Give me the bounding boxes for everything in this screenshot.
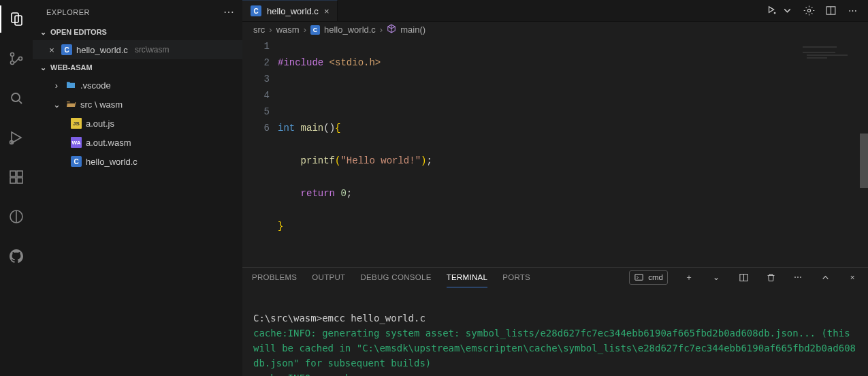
svg-rect-15 bbox=[635, 274, 643, 280]
project-label: WEB-ASAM bbox=[50, 63, 93, 72]
line-gutter: 1 2 3 4 5 6 bbox=[242, 38, 278, 267]
svg-point-3 bbox=[11, 61, 14, 65]
breadcrumb-symbol[interactable]: main() bbox=[400, 25, 425, 35]
tab-close-icon[interactable]: × bbox=[324, 6, 329, 16]
svg-point-2 bbox=[11, 53, 14, 57]
token-keyword: int bbox=[278, 123, 295, 134]
c-file-icon: C bbox=[251, 5, 261, 16]
token-punc: ; bbox=[347, 188, 352, 199]
chevron-right-icon: › bbox=[52, 80, 61, 91]
chevron-down-icon: ⌄ bbox=[52, 99, 61, 110]
breadcrumb-file[interactable]: hello_world.c bbox=[324, 25, 376, 35]
breadcrumb-wasm[interactable]: wasm bbox=[276, 25, 300, 35]
folder-open-icon bbox=[65, 99, 76, 110]
tab-debug-console[interactable]: DEBUG CONSOLE bbox=[360, 268, 431, 287]
tree-label: a.out.js bbox=[86, 119, 114, 129]
token-brace: } bbox=[278, 221, 283, 232]
line-number: 2 bbox=[242, 54, 270, 71]
c-file-icon: C bbox=[310, 25, 320, 35]
token-brace: { bbox=[335, 123, 340, 134]
panel-close-icon[interactable]: × bbox=[846, 271, 858, 283]
line-number: 3 bbox=[242, 71, 270, 87]
tree-label: hello_world.c bbox=[86, 157, 138, 167]
tab-problems[interactable]: PROBLEMS bbox=[252, 268, 297, 287]
line-number: 1 bbox=[242, 38, 270, 54]
svg-rect-9 bbox=[10, 178, 16, 183]
tab-label: hello_world.c bbox=[267, 6, 319, 16]
chevron-down-icon: ⌄ bbox=[38, 28, 48, 37]
project-section[interactable]: ⌄ WEB-ASAM bbox=[33, 59, 242, 76]
explorer-icon[interactable] bbox=[0, 5, 33, 33]
remote-icon[interactable] bbox=[0, 203, 33, 230]
token-string: "Hello world!" bbox=[340, 155, 421, 166]
breadcrumb-src[interactable]: src bbox=[253, 25, 265, 35]
panel-maximize-icon[interactable] bbox=[819, 271, 831, 283]
open-editor-path: src\wasm bbox=[135, 45, 170, 54]
tab-helloworld[interactable]: C hello_world.c × bbox=[242, 0, 338, 21]
token-preproc: #include bbox=[278, 57, 323, 68]
sidebar-title: EXPLORER bbox=[46, 8, 90, 16]
symbol-icon bbox=[387, 24, 396, 35]
svg-point-5 bbox=[12, 93, 20, 101]
scrollbar-thumb[interactable] bbox=[860, 134, 868, 188]
open-editors-label: OPEN EDITORS bbox=[50, 28, 107, 36]
panel-more-icon[interactable]: ⋯ bbox=[792, 271, 804, 283]
activity-bar bbox=[0, 0, 33, 376]
svg-rect-8 bbox=[17, 171, 22, 176]
sidebar-more-icon[interactable]: ⋯ bbox=[223, 5, 235, 18]
close-icon[interactable]: × bbox=[46, 45, 57, 55]
terminal[interactable]: C:\src\wasm>emcc hello_world.c cache:INF… bbox=[242, 287, 868, 376]
breadcrumbs[interactable]: src › wasm › C hello_world.c › main() bbox=[242, 22, 868, 38]
editor-scrollbar[interactable] bbox=[860, 38, 868, 267]
more-icon[interactable]: ⋯ bbox=[846, 5, 858, 17]
tree-item-aoutjs[interactable]: JS a.out.js bbox=[33, 114, 242, 133]
tab-bar: C hello_world.c × ⋯ bbox=[242, 0, 868, 22]
token-keyword: return bbox=[301, 188, 335, 199]
extensions-icon[interactable] bbox=[0, 163, 33, 191]
svg-rect-7 bbox=[10, 171, 16, 176]
github-icon[interactable] bbox=[0, 242, 33, 270]
tab-terminal[interactable]: TERMINAL bbox=[447, 268, 488, 287]
token-fn: printf bbox=[301, 155, 335, 166]
svg-rect-10 bbox=[17, 178, 22, 183]
svg-point-13 bbox=[807, 9, 810, 12]
chevron-down-icon[interactable]: ⌄ bbox=[710, 271, 722, 283]
sidebar: EXPLORER ⋯ ⌄ OPEN EDITORS × C hello_worl… bbox=[33, 0, 242, 376]
svg-point-12 bbox=[773, 12, 775, 14]
search-icon[interactable] bbox=[0, 84, 33, 112]
token-punc: () bbox=[323, 123, 335, 134]
folder-icon bbox=[65, 80, 76, 91]
tree-label: src \ wasm bbox=[80, 99, 123, 110]
tree-item-wasm[interactable]: ⌄ src \ wasm bbox=[33, 95, 242, 114]
split-terminal-icon[interactable] bbox=[737, 271, 750, 283]
run-dropdown-icon[interactable] bbox=[766, 5, 778, 17]
new-terminal-icon[interactable]: ＋ bbox=[683, 271, 695, 283]
source-control-icon[interactable] bbox=[0, 45, 33, 72]
tab-ports[interactable]: PORTS bbox=[502, 268, 530, 287]
terminal-profile-label: cmd bbox=[648, 273, 663, 281]
chevron-down-icon: ⌄ bbox=[38, 63, 48, 72]
breadcrumb-sep-icon: › bbox=[269, 25, 272, 35]
panel-tab-bar: PROBLEMS OUTPUT DEBUG CONSOLE TERMINAL P… bbox=[242, 267, 868, 287]
chevron-down-icon[interactable] bbox=[781, 5, 793, 17]
terminal-line: C:\src\wasm>emcc hello_world.c bbox=[253, 313, 425, 324]
editor[interactable]: 1 2 3 4 5 6 #include <stdio.h> int main(… bbox=[242, 38, 868, 267]
breadcrumb-sep-icon: › bbox=[304, 25, 306, 35]
open-editor-label: hello_world.c bbox=[76, 45, 128, 55]
tree-item-helloworld[interactable]: C hello_world.c bbox=[33, 152, 242, 171]
minimap[interactable] bbox=[799, 42, 860, 76]
run-debug-icon[interactable] bbox=[0, 124, 33, 151]
tab-output[interactable]: OUTPUT bbox=[312, 268, 345, 287]
line-number: 5 bbox=[242, 104, 270, 120]
terminal-line: cache:INFO: generating system asset: sym… bbox=[253, 328, 856, 369]
open-editor-item[interactable]: × C hello_world.c src\wasm bbox=[33, 40, 242, 59]
split-editor-icon[interactable] bbox=[824, 5, 837, 17]
kill-terminal-icon[interactable] bbox=[765, 271, 777, 283]
tree-item-vscode[interactable]: › .vscode bbox=[33, 76, 242, 95]
wasm-file-icon: WA bbox=[71, 137, 82, 148]
tree-item-aoutwasm[interactable]: WA a.out.wasm bbox=[33, 133, 242, 152]
code-area[interactable]: #include <stdio.h> int main(){ printf("H… bbox=[278, 38, 443, 267]
open-editors-section[interactable]: ⌄ OPEN EDITORS bbox=[33, 24, 242, 40]
gear-icon[interactable] bbox=[803, 5, 815, 17]
terminal-profile-picker[interactable]: cmd bbox=[629, 270, 668, 285]
